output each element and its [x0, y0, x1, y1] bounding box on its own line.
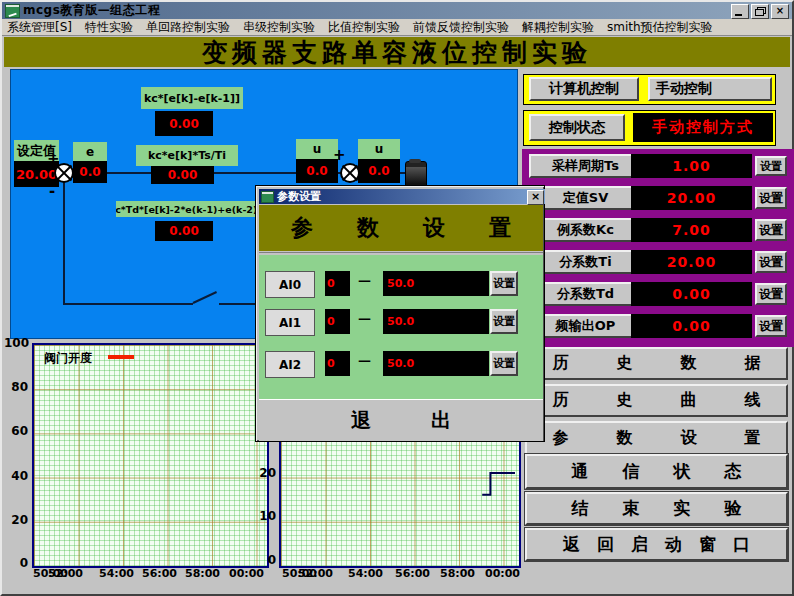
mcgs-app-icon — [5, 4, 20, 18]
ai2-set-button[interactable]: 设置 — [490, 351, 518, 376]
param-td-value: 0.00 — [631, 282, 752, 306]
control-status-display: 手动控制方式 — [633, 113, 773, 142]
history-data-button[interactable]: 历 史 数 据 — [525, 347, 788, 380]
ai0-high-value[interactable]: 50.0 — [383, 271, 489, 296]
param-op-value: 0.00 — [631, 314, 752, 338]
feedback-line-horizontal — [63, 303, 193, 305]
valve-opening-chart — [32, 343, 269, 568]
left-xtick-56: 56:00 — [142, 567, 177, 580]
right-xtick-54: 54:00 — [348, 567, 383, 580]
left-ytick-100: 100 — [4, 336, 28, 350]
manual-control-button[interactable]: 手动控制 — [648, 77, 772, 101]
param-ti-set-button[interactable]: 设置 — [755, 251, 787, 273]
left-xtick-58: 58:00 — [185, 567, 220, 580]
param-op-label: 频输出OP — [529, 314, 642, 338]
proportional-block-formula: kc*[e[k]-e[k-1]] — [141, 87, 243, 109]
window-title: mcgs教育版—组态工程 — [23, 2, 160, 19]
left-ytick-20: 20 — [4, 513, 28, 527]
param-ts-value: 1.00 — [631, 154, 752, 178]
left-xtick-52: 52:00 — [48, 567, 83, 580]
mcgs-dialog-icon — [261, 191, 274, 203]
sum2-plus-sign: + — [333, 150, 346, 160]
param-sv-label: 定值SV — [529, 186, 642, 210]
param-ti-value: 20.00 — [631, 250, 752, 274]
window-controls: × — [731, 4, 789, 19]
ai1-set-button[interactable]: 设置 — [490, 309, 518, 334]
control-status-button[interactable]: 控制状态 — [529, 114, 625, 141]
param-ts-label: 采样周期Ts — [529, 154, 642, 178]
close-button[interactable]: × — [771, 4, 789, 19]
right-xtick-56: 56:00 — [395, 567, 430, 580]
switch-blade-icon — [193, 291, 217, 304]
menu-system-manage[interactable]: 系统管理[S] — [7, 19, 72, 36]
ai1-low-value[interactable]: 0 — [325, 309, 350, 334]
left-ytick-60: 60 — [4, 424, 28, 438]
minimize-button[interactable] — [731, 4, 749, 19]
feedback-line-horizontal2 — [219, 303, 257, 305]
ai0-set-button[interactable]: 设置 — [490, 271, 518, 296]
menu-single-loop-exp[interactable]: 单回路控制实验 — [146, 19, 230, 36]
title-bar: mcgs教育版—组态工程 — [2, 2, 792, 19]
param-ts-set-button[interactable]: 设置 — [755, 156, 787, 176]
menu-characteristic-exp[interactable]: 特性实验 — [85, 19, 133, 36]
left-ytick-40: 40 — [4, 469, 28, 483]
param-kc-value: 7.00 — [631, 218, 752, 242]
ai0-label: AI0 — [265, 271, 315, 298]
left-ytick-0: 0 — [4, 556, 28, 570]
menu-ratio-exp[interactable]: 比值控制实验 — [328, 19, 400, 36]
end-experiment-button[interactable]: 结 束 实 验 — [525, 492, 788, 525]
u2-label: u — [358, 139, 400, 159]
param-sv-set-button[interactable]: 设置 — [755, 187, 787, 209]
main-window: mcgs教育版—组态工程 × 系统管理[S] 特性实验 单回路控制实验 串级控制… — [0, 0, 794, 596]
legend-line-icon — [108, 355, 134, 359]
menu-feedforward-exp[interactable]: 前馈反馈控制实验 — [413, 19, 509, 36]
page-title: 变频器支路单容液位控制实验 — [4, 37, 790, 67]
return-start-window-button[interactable]: 返 回 启 动 窗 口 — [525, 528, 788, 561]
ai0-dash: — — [358, 273, 371, 288]
menu-decoupling-exp[interactable]: 解耦控制实验 — [522, 19, 594, 36]
ai2-low-value[interactable]: 0 — [325, 351, 350, 376]
ai0-low-value[interactable]: 0 — [325, 271, 350, 296]
param-kc-label: 例系数Kc — [529, 218, 642, 242]
dialog-body: AI0 0 — 50.0 设置 AI1 0 — 50.0 设置 AI2 0 — … — [259, 255, 543, 399]
ai1-dash: — — [358, 311, 371, 326]
ai2-label: AI2 — [265, 351, 315, 378]
comm-status-button[interactable]: 通 信 状 态 — [525, 454, 788, 489]
sum1-minus-sign: - — [49, 186, 55, 196]
param-kc-set-button[interactable]: 设置 — [755, 219, 787, 241]
dialog-exit-button[interactable]: 退 出 — [259, 399, 543, 441]
sum1-plus-sign: + — [47, 154, 60, 164]
dialog-title: 参数设置 — [277, 189, 321, 204]
integral-block-value: 0.00 — [151, 166, 214, 184]
pump-icon — [405, 161, 427, 187]
param-op-set-button[interactable]: 设置 — [755, 315, 787, 337]
parameter-setting-button[interactable]: 参 数 设 置 — [525, 421, 788, 455]
right-xtick-58: 58:00 — [440, 567, 475, 580]
proportional-block-value: 0.00 — [155, 111, 213, 136]
menu-cascade-exp[interactable]: 串级控制实验 — [243, 19, 315, 36]
computer-control-button[interactable]: 计算机控制 — [529, 77, 639, 101]
param-td-label: 分系数Td — [529, 282, 642, 306]
left-xtick-00: 00:00 — [229, 567, 264, 580]
restore-button[interactable] — [751, 4, 769, 19]
ai1-high-value[interactable]: 50.0 — [383, 309, 489, 334]
param-sv-value: 20.00 — [631, 186, 752, 210]
left-xtick-54: 54:00 — [99, 567, 134, 580]
dialog-header: 参 数 设 置 — [259, 205, 543, 251]
param-td-set-button[interactable]: 设置 — [755, 283, 787, 305]
history-curve-button[interactable]: 历 史 曲 线 — [525, 384, 788, 417]
derivative-block-value: 0.00 — [155, 221, 213, 241]
right-xtick-52: 52:00 — [298, 567, 333, 580]
right-xtick-00: 00:00 — [485, 567, 520, 580]
integral-block-formula: kc*e[k]*Ts/Ti — [136, 145, 238, 166]
ai1-label: AI1 — [265, 309, 315, 336]
param-ti-label: 分系数Ti — [529, 250, 642, 274]
menu-smith-exp[interactable]: smith预估控制实验 — [607, 19, 713, 36]
left-ytick-80: 80 — [4, 380, 28, 394]
dialog-title-bar[interactable]: 参数设置 × — [259, 189, 545, 204]
dialog-close-button[interactable]: × — [527, 190, 544, 205]
sum-junction-1-icon — [54, 163, 74, 183]
error-value: 0.0 — [73, 161, 107, 183]
ai2-high-value[interactable]: 50.0 — [383, 351, 489, 376]
right-ytick-20: 20 — [252, 466, 276, 480]
